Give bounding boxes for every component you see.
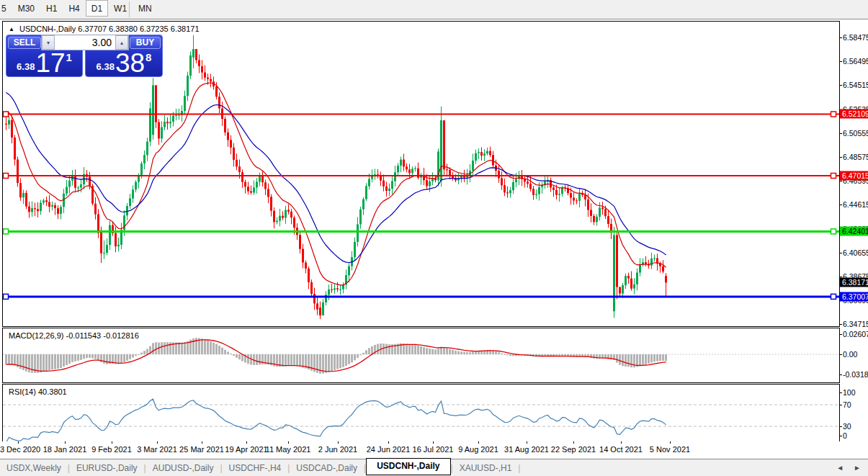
date-axis[interactable]: 23 Dec 202018 Jan 20219 Feb 20213 Mar 20…	[0, 441, 868, 459]
price-tick-mark	[839, 133, 842, 134]
price-tick: 6.44615	[843, 200, 868, 209]
toolbar-separator	[129, 1, 130, 17]
date-label: 9 Aug 2021	[458, 445, 498, 454]
date-tick-mark	[573, 441, 574, 444]
lot-decrease-button[interactable]: ▼	[42, 35, 55, 50]
date-tick-mark	[388, 441, 389, 444]
tab-scroll-right-icon[interactable]: ►	[854, 464, 861, 472]
timeframe-h1[interactable]: H1	[40, 0, 63, 17]
level-price-label: 6.42401	[840, 227, 868, 236]
level-price-label: 6.52109	[840, 109, 868, 119]
price-tick: 6.40655	[843, 248, 868, 257]
timeframe-h4[interactable]: H4	[63, 0, 85, 17]
ohlc-close: 6.38171	[171, 24, 200, 33]
ohlc-open: 6.37707	[78, 24, 107, 33]
timeframe-toolbar: 5M30H1H4D1W1MN	[0, 0, 868, 19]
tab-usdx-weekly[interactable]: USDX,Weekly	[0, 463, 68, 473]
date-label: 3 Mar 2021	[137, 445, 177, 454]
price-tick-mark	[839, 181, 842, 181]
date-label: 22 Sep 2021	[551, 445, 596, 454]
macd-label: MACD(12,26,9) -0.011543 -0.012816	[9, 331, 139, 340]
rsi-tick: 30	[843, 422, 851, 431]
chart-symbol-period: USDCNH-,Daily	[19, 24, 76, 33]
date-label: 11 May 2021	[266, 445, 311, 454]
price-tick: 6.54515	[843, 81, 868, 89]
tab-usdchf-h4[interactable]: USDCHF-,H4	[223, 463, 288, 473]
chart-tab-bar: USDX,Weekly|EURUSD-,Daily|AUDUSD-,Daily|…	[0, 459, 868, 476]
date-label: 25 Mar 2021	[179, 445, 224, 454]
rsi-tick: 0	[843, 431, 847, 440]
date-tick-mark	[338, 441, 339, 444]
rsi-tick-mark	[839, 436, 842, 436]
macd-tick-mark	[839, 374, 842, 375]
collapse-panel-icon[interactable]: ▲	[9, 26, 14, 32]
date-label: 16 Jul 2021	[413, 445, 454, 454]
one-click-trading-panel: SELL 6.38 17 1 BUY 6.38 38 8 ▼ 3.00 ▲	[6, 35, 163, 78]
rsi-chart[interactable]	[3, 385, 839, 441]
buy-button[interactable]: BUY	[130, 37, 161, 49]
price-tick-mark	[839, 324, 842, 325]
chart-header: ▲ USDCNH-,Daily 6.37707 6.38380 6.37235 …	[9, 24, 200, 33]
rsi-pane[interactable]: RSI(14) 40.3801	[2, 384, 840, 442]
rsi-tick: 100	[843, 388, 856, 397]
macd-pane[interactable]: MACD(12,26,9) -0.011543 -0.012816	[2, 328, 840, 383]
date-tick-mark	[112, 441, 112, 444]
buy-price-big: 38	[115, 51, 145, 75]
date-tick-mark	[433, 441, 434, 444]
macd-tick: 0.00	[843, 350, 857, 359]
price-tick: 6.58475	[843, 33, 868, 42]
price-tick-mark	[839, 253, 842, 253]
mt4-window: 5M30H1H4D1W1MN ▲ USDCNH-,Daily 6.37707 6…	[0, 0, 868, 476]
date-tick-mark	[65, 441, 66, 444]
ohlc-high: 6.38380	[109, 24, 138, 33]
rsi-tick-mark	[839, 392, 842, 393]
macd-tick-mark	[839, 334, 842, 335]
price-tick-mark	[839, 157, 842, 158]
tab-scroll-controls: ◄►	[836, 464, 868, 472]
buy-price-sup: 8	[146, 51, 151, 63]
lot-size-spinner: ▼ 3.00 ▲	[41, 35, 129, 50]
price-tick: 6.50555	[843, 129, 868, 138]
timeframe-mn[interactable]: MN	[133, 0, 158, 17]
date-label: 5 Nov 2021	[650, 445, 690, 454]
price-tick: 6.48575	[843, 153, 868, 161]
sell-price: 6.38 17 1	[6, 51, 82, 75]
tab-eurusd-daily[interactable]: EURUSD-,Daily	[70, 463, 144, 473]
macd-tick-mark	[839, 354, 842, 355]
timeframe-m30[interactable]: M30	[12, 0, 40, 17]
date-label: 31 Aug 2021	[504, 445, 549, 454]
date-tick-mark	[621, 441, 622, 444]
tab-separator: |	[518, 463, 520, 473]
macd-tick: -0.03187	[843, 370, 868, 379]
date-tick-mark	[288, 441, 289, 444]
sell-price-sup: 1	[66, 51, 72, 63]
timeframe-5[interactable]: 5	[0, 0, 12, 17]
price-tick-mark	[839, 85, 842, 86]
date-label: 9 Feb 2021	[91, 445, 132, 454]
tab-scroll-left-icon[interactable]: ◄	[836, 464, 844, 472]
date-tick-mark	[478, 441, 479, 444]
macd-tick: 0.02607	[843, 330, 868, 338]
sell-price-small: 6.38	[17, 61, 35, 72]
level-price-label: 6.38171	[840, 278, 868, 287]
rsi-value: 40.3801	[38, 387, 67, 396]
macd-values: -0.011543 -0.012816	[66, 331, 138, 340]
timeframe-d1[interactable]: D1	[86, 0, 108, 17]
price-chart-pane[interactable]: ▲ USDCNH-,Daily 6.37707 6.38380 6.37235 …	[2, 21, 840, 327]
lot-size-value[interactable]: 3.00	[55, 35, 115, 50]
date-tick-mark	[18, 441, 19, 444]
rsi-tick-mark	[839, 405, 842, 405]
date-tick-mark	[670, 441, 671, 444]
date-tick-mark	[157, 441, 158, 444]
price-tick: 6.34715	[843, 320, 868, 328]
tab-usdcnh-daily[interactable]: USDCNH-,Daily	[366, 458, 450, 475]
lot-increase-button[interactable]: ▲	[115, 35, 128, 50]
date-label: 23 Dec 2020	[0, 445, 40, 454]
tab-audusd-daily[interactable]: AUDUSD-,Daily	[146, 463, 220, 473]
sell-button[interactable]: SELL	[8, 37, 41, 49]
date-label: 2 Jun 2021	[318, 445, 357, 454]
tab-xauusd-h1[interactable]: XAUUSD-,H1	[453, 463, 519, 473]
date-label: 19 Apr 2021	[225, 445, 267, 454]
price-tick-mark	[839, 61, 842, 62]
tab-usdcad-daily[interactable]: USDCAD-,Daily	[290, 463, 364, 473]
